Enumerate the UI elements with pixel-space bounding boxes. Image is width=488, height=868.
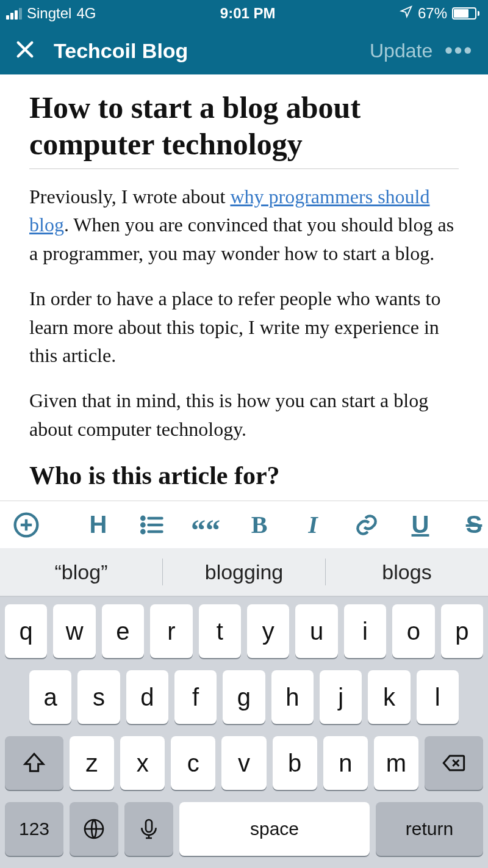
key-h[interactable]: h xyxy=(271,670,314,724)
key-r[interactable]: r xyxy=(150,604,192,658)
key-o[interactable]: o xyxy=(392,604,434,658)
key-k[interactable]: k xyxy=(368,670,410,724)
underline-button[interactable]: U xyxy=(406,511,434,538)
post-title[interactable]: How to start a blog about computer techn… xyxy=(29,89,459,162)
key-u[interactable]: u xyxy=(295,604,337,658)
suggestion-2[interactable]: blogging xyxy=(163,560,325,584)
paragraph-1[interactable]: Previously, I wrote about why programmer… xyxy=(29,183,459,267)
key-b[interactable]: b xyxy=(273,736,317,790)
key-v[interactable]: v xyxy=(221,736,266,790)
svg-point-3 xyxy=(142,530,144,532)
key-s[interactable]: s xyxy=(77,670,120,724)
quote-button[interactable]: ““ xyxy=(192,514,220,535)
space-key[interactable]: space xyxy=(179,802,370,856)
signal-bars-icon xyxy=(6,8,22,20)
key-l[interactable]: l xyxy=(417,670,459,724)
globe-key[interactable] xyxy=(70,802,118,856)
key-q[interactable]: q xyxy=(5,604,47,658)
svg-rect-5 xyxy=(146,820,152,832)
close-icon[interactable] xyxy=(15,39,35,62)
editor-content[interactable]: How to start a blog about computer techn… xyxy=(0,74,488,491)
shift-key[interactable] xyxy=(5,736,63,790)
status-bar: Singtel 4G 9:01 PM 67% xyxy=(0,0,488,27)
subheading-1[interactable]: Who is this article for? xyxy=(29,460,459,491)
key-e[interactable]: e xyxy=(102,604,144,658)
key-a[interactable]: a xyxy=(29,670,71,724)
key-c[interactable]: c xyxy=(171,736,215,790)
key-d[interactable]: d xyxy=(126,670,168,724)
heading-button[interactable]: H xyxy=(84,511,112,538)
key-row-1: q w e r t y u i o p xyxy=(5,604,483,658)
battery-icon xyxy=(452,7,479,20)
link-button[interactable] xyxy=(353,512,381,538)
key-j[interactable]: j xyxy=(320,670,362,724)
backspace-key[interactable] xyxy=(425,736,483,790)
key-x[interactable]: x xyxy=(120,736,165,790)
key-p[interactable]: p xyxy=(441,604,483,658)
strikethrough-button[interactable]: S xyxy=(460,511,488,538)
suggestion-1[interactable]: “blog” xyxy=(0,560,162,584)
title-divider xyxy=(29,168,459,169)
battery-pct: 67% xyxy=(418,5,447,22)
svg-point-2 xyxy=(142,523,144,526)
dictation-key[interactable] xyxy=(124,802,173,856)
nav-bar: Techcoil Blog Update ••• xyxy=(0,27,488,74)
key-t[interactable]: t xyxy=(199,604,241,658)
svg-point-1 xyxy=(142,516,144,519)
list-button[interactable] xyxy=(138,512,166,538)
network-label: 4G xyxy=(76,5,96,22)
key-g[interactable]: g xyxy=(223,670,265,724)
key-row-2: a s d f g h j k l xyxy=(5,670,483,724)
carrier-label: Singtel xyxy=(27,5,71,22)
key-i[interactable]: i xyxy=(344,604,386,658)
status-left: Singtel 4G xyxy=(6,5,96,22)
bold-button[interactable]: B xyxy=(245,510,273,539)
status-time: 9:01 PM xyxy=(220,5,276,22)
status-right: 67% xyxy=(400,5,479,22)
update-button[interactable]: Update xyxy=(370,40,432,62)
key-y[interactable]: y xyxy=(247,604,289,658)
key-row-4: 123 space return xyxy=(5,802,483,856)
location-icon xyxy=(400,5,413,22)
format-toolbar: H ““ B I U S xyxy=(0,501,488,548)
add-block-icon[interactable] xyxy=(12,512,40,538)
blog-title[interactable]: Techcoil Blog xyxy=(54,39,188,63)
key-n[interactable]: n xyxy=(323,736,368,790)
paragraph-3[interactable]: Given that in mind, this is how you can … xyxy=(29,386,459,443)
key-z[interactable]: z xyxy=(70,736,114,790)
return-key[interactable]: return xyxy=(376,802,483,856)
key-row-3: z x c v b n m xyxy=(5,736,483,790)
key-w[interactable]: w xyxy=(53,604,95,658)
paragraph-2[interactable]: In order to have a place to refer people… xyxy=(29,284,459,369)
key-f[interactable]: f xyxy=(174,670,217,724)
numbers-key[interactable]: 123 xyxy=(5,802,63,856)
keyboard-suggestions: “blog” blogging blogs xyxy=(0,548,488,597)
key-m[interactable]: m xyxy=(374,736,418,790)
ios-keyboard: “blog” blogging blogs q w e r t y u i o … xyxy=(0,548,488,868)
italic-button[interactable]: I xyxy=(299,510,327,539)
suggestion-3[interactable]: blogs xyxy=(326,560,488,584)
